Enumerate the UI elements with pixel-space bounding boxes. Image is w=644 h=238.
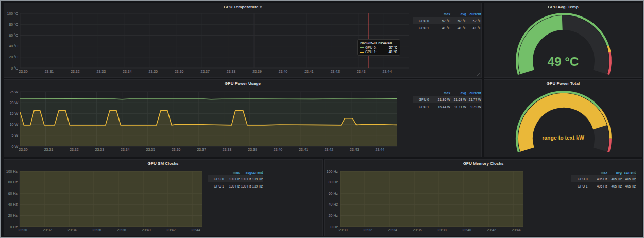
svg-text:23:32: 23:32 bbox=[363, 228, 372, 232]
svg-text:40 °C: 40 °C bbox=[9, 44, 18, 48]
sm-clocks-legend: maxavgcurrentGPU 0139 Hz139 Hz139 HzGPU … bbox=[208, 169, 263, 190]
svg-text:0 °C: 0 °C bbox=[11, 66, 18, 70]
power-total-gauge bbox=[484, 80, 643, 158]
series-dash-icon bbox=[360, 52, 364, 53]
sm-clocks-chart[interactable]: 100 Hz80 Hz60 Hz40 Hz20 Hz0 Hz23:3023:32… bbox=[4, 160, 323, 237]
panel-title-text: GPU SM Clocks bbox=[147, 161, 178, 166]
panel-gpu-temperature: GPU Temperature▾ 100 °C80 °C60 °C40 °C20… bbox=[4, 3, 482, 78]
svg-text:23:31: 23:31 bbox=[44, 148, 54, 151]
legend-header-avg: avg bbox=[240, 171, 251, 174]
legend-row-gpu-0[interactable]: GPU 021.86 W21.68 W21.77 W bbox=[413, 96, 481, 103]
panel-title-text: GPU Power Total bbox=[547, 81, 580, 86]
legend-row-gpu-1[interactable]: GPU 141 °C41 °C41 °C bbox=[413, 24, 481, 31]
legend-series-name: GPU 1 bbox=[419, 105, 434, 109]
legend-row-gpu-1[interactable]: GPU 1405 Hz405 Hz405 Hz bbox=[571, 182, 636, 190]
legend-value: 41 °C bbox=[450, 26, 466, 30]
svg-text:5 W: 5 W bbox=[12, 133, 19, 137]
series-dash-icon bbox=[360, 47, 364, 48]
svg-text:23:34: 23:34 bbox=[388, 228, 397, 232]
legend-row-gpu-0[interactable]: GPU 0139 Hz139 Hz139 Hz bbox=[208, 175, 263, 182]
svg-text:80 Hz: 80 Hz bbox=[8, 180, 18, 184]
legend-value: 139 Hz bbox=[251, 177, 263, 181]
svg-text:0 Hz: 0 Hz bbox=[331, 225, 338, 229]
temperature-chart[interactable]: 100 °C80 °C60 °C40 °C20 °C0 °C23:3023:31… bbox=[4, 3, 482, 78]
memory-clocks-legend: maxavgcurrentGPU 0405 Hz405 Hz405 HzGPU … bbox=[571, 169, 636, 190]
legend-value: 139 Hz bbox=[227, 177, 240, 181]
legend-header-avg: avg bbox=[450, 12, 466, 16]
tooltip-series-value: 41 °C bbox=[389, 50, 397, 54]
panel-title-text: GPU Avg. Temp bbox=[548, 5, 578, 9]
panel-title-text: GPU Temperature bbox=[224, 5, 258, 9]
legend-value: 9.79 W bbox=[466, 105, 481, 109]
panel-gpu-avg-temp: GPU Avg. Temp 49 °C bbox=[484, 3, 642, 78]
svg-text:23:33: 23:33 bbox=[97, 70, 106, 73]
legend-row-gpu-1[interactable]: GPU 116.44 W11.11 W9.79 W bbox=[413, 103, 481, 110]
svg-text:23:40: 23:40 bbox=[462, 228, 471, 232]
svg-text:23:43: 23:43 bbox=[357, 70, 366, 73]
svg-text:23:40: 23:40 bbox=[142, 228, 151, 232]
svg-text:20 °C: 20 °C bbox=[9, 55, 18, 59]
legend-header: maxavgcurrent bbox=[413, 11, 481, 17]
legend-series-name: GPU 1 bbox=[578, 184, 593, 188]
legend-header: maxavgcurrent bbox=[413, 90, 481, 96]
svg-text:10 W: 10 W bbox=[10, 123, 19, 126]
svg-text:23:39: 23:39 bbox=[252, 70, 262, 73]
panel-gpu-power-usage: GPU Power Usage 25 W20 W15 W10 W5 W0 W23… bbox=[4, 79, 482, 157]
svg-text:25 W: 25 W bbox=[10, 90, 19, 94]
tooltip-row: GPU 0: 57 °C bbox=[360, 46, 397, 49]
panel-title-dropdown[interactable]: GPU Temperature▾ bbox=[4, 4, 481, 11]
tooltip-series-value: 57 °C bbox=[389, 46, 397, 49]
svg-text:100 °C: 100 °C bbox=[7, 12, 18, 15]
legend-header-current: current bbox=[466, 12, 481, 16]
panel-title: GPU Memory Clocks bbox=[325, 160, 642, 167]
power-legend: maxavgcurrentGPU 021.86 W21.68 W21.77 WG… bbox=[413, 90, 481, 110]
svg-text:23:30: 23:30 bbox=[19, 70, 28, 73]
svg-text:23:39: 23:39 bbox=[248, 148, 257, 151]
legend-value: 139 Hz bbox=[227, 184, 240, 188]
legend-value: 21.77 W bbox=[466, 98, 481, 101]
svg-text:80 Hz: 80 Hz bbox=[329, 180, 338, 184]
svg-text:23:44: 23:44 bbox=[191, 228, 200, 232]
legend-value: 405 Hz bbox=[622, 184, 636, 188]
legend-row-gpu-0[interactable]: GPU 0405 Hz405 Hz405 Hz bbox=[571, 175, 636, 182]
svg-text:23:38: 23:38 bbox=[437, 228, 447, 232]
legend-value: 405 Hz bbox=[622, 177, 636, 181]
svg-text:23:40: 23:40 bbox=[274, 148, 283, 151]
svg-text:23:32: 23:32 bbox=[70, 148, 79, 151]
svg-text:0 W: 0 W bbox=[12, 145, 19, 148]
graph-tooltip: 2020-05-01 23:44:48 GPU 0: 57 °C GPU 1: … bbox=[357, 39, 400, 56]
panel-title: GPU Power Usage bbox=[4, 80, 481, 88]
svg-text:23:34: 23:34 bbox=[121, 148, 130, 151]
svg-text:20 Hz: 20 Hz bbox=[8, 214, 18, 217]
legend-value: 21.86 W bbox=[434, 98, 450, 101]
tooltip-series-label: GPU 1: bbox=[365, 50, 389, 54]
svg-text:60 Hz: 60 Hz bbox=[329, 192, 338, 195]
panel-title-text: GPU Power Usage bbox=[225, 81, 261, 86]
power-usage-chart[interactable]: 25 W20 W15 W10 W5 W0 W23:3023:3123:3223:… bbox=[4, 80, 482, 158]
legend-row-gpu-0[interactable]: GPU 057 °C57 °C57 °C bbox=[413, 17, 481, 24]
svg-text:23:35: 23:35 bbox=[146, 148, 155, 151]
svg-text:23:34: 23:34 bbox=[67, 228, 77, 232]
svg-text:23:36: 23:36 bbox=[92, 228, 101, 232]
svg-text:23:38: 23:38 bbox=[227, 70, 236, 73]
legend-header-current: current bbox=[251, 171, 263, 174]
svg-text:60 Hz: 60 Hz bbox=[8, 192, 18, 195]
svg-text:23:42: 23:42 bbox=[166, 228, 176, 232]
svg-text:23:30: 23:30 bbox=[338, 228, 348, 232]
grafana-dashboard: GPU Temperature▾ 100 °C80 °C60 °C40 °C20… bbox=[0, 0, 644, 238]
svg-text:23:42: 23:42 bbox=[325, 148, 334, 151]
legend-header-current: current bbox=[622, 171, 636, 174]
legend-header-max: max bbox=[434, 91, 450, 95]
legend-value: 57 °C bbox=[466, 19, 481, 23]
tooltip-series-label: GPU 0: bbox=[365, 46, 389, 49]
svg-text:23:40: 23:40 bbox=[279, 70, 288, 73]
legend-row-gpu-1[interactable]: GPU 1139 Hz139 Hz139 Hz bbox=[208, 182, 263, 190]
legend-value: 405 Hz bbox=[607, 184, 622, 188]
legend-header-max: max bbox=[434, 12, 450, 16]
legend-header-avg: avg bbox=[450, 91, 466, 95]
svg-text:23:41: 23:41 bbox=[304, 70, 314, 73]
legend-series-name: GPU 0 bbox=[419, 98, 434, 101]
legend-value: 16.44 W bbox=[434, 105, 450, 109]
panel-gpu-sm-clocks: GPU SM Clocks 100 Hz80 Hz60 Hz40 Hz20 Hz… bbox=[4, 159, 323, 236]
legend-header-max: max bbox=[227, 171, 240, 174]
